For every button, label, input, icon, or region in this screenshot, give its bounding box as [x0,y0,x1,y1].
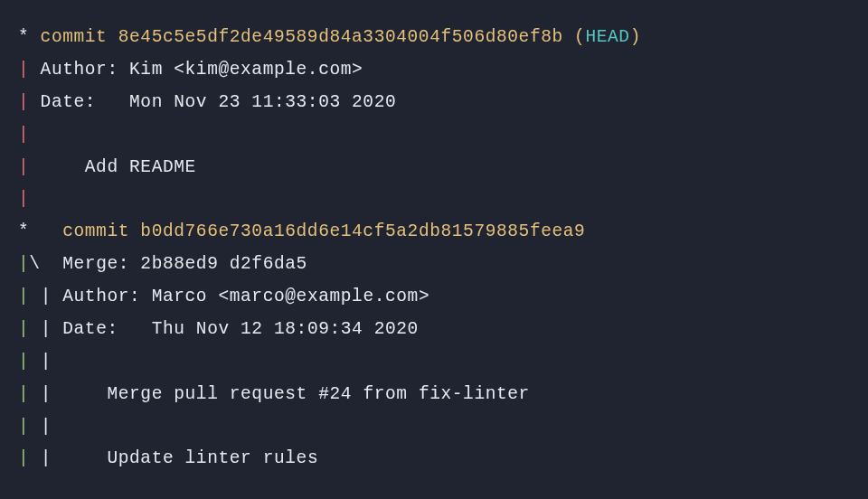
log-segment: Add README [29,157,196,177]
log-segment [29,448,40,468]
log-line: | [18,189,29,209]
log-line: | | Update linter rules [18,448,318,468]
log-line: | Author: Kim <kim@example.com> [18,60,363,80]
log-segment: \ [29,254,40,274]
log-segment: Author: Marco <marco@example.com> [52,287,429,306]
log-line: |\ Merge: 2b88ed9 d2f6da5 [18,254,307,274]
log-segment: | [41,448,52,468]
log-segment: | [41,287,52,306]
log-segment: commit 8e45c5e5df2de49589d84a3304004f506… [41,27,563,47]
log-segment: Date: Thu Nov 12 18:09:34 2020 [52,319,419,339]
log-line: | | Author: Marco <marco@example.com> [18,287,429,306]
log-line: | | Date: Thu Nov 12 18:09:34 2020 [18,319,419,339]
log-segment: | [18,254,29,274]
log-segment [29,384,40,404]
log-segment [29,287,40,306]
log-segment: | [41,352,52,372]
log-segment: | [41,417,52,437]
log-segment [29,319,40,339]
log-segment: Author: Kim <kim@example.com> [29,60,363,80]
log-segment [29,352,40,372]
log-segment: | [18,287,29,306]
log-segment: Merge: 2b88ed9 d2f6da5 [41,254,307,274]
log-line: | | [18,417,52,437]
log-segment: commit b0dd766e730a16dd6e14cf5a2db815798… [62,221,585,241]
log-line: | | Merge pull request #24 from fix-lint… [18,384,530,404]
log-segment: HEAD [585,27,629,47]
log-segment: | [18,384,29,404]
log-segment: | [18,92,29,112]
log-segment: ) [630,27,641,47]
log-line: | [18,125,29,145]
log-segment: * [18,221,62,241]
log-line: | Date: Mon Nov 23 11:33:03 2020 [18,92,396,112]
log-segment: | [18,352,29,372]
log-segment: Update linter rules [52,448,318,468]
log-segment: | [41,319,52,339]
log-segment [29,417,40,437]
log-segment: ( [563,27,586,47]
log-segment: Merge pull request #24 from fix-linter [52,384,530,404]
log-segment: | [18,448,29,468]
log-line: | Add README [18,157,196,177]
log-line: | | [18,352,52,372]
log-segment: | [18,189,29,209]
log-segment: * [18,27,41,47]
log-segment: | [18,417,29,437]
log-segment: | [18,319,29,339]
git-log-output: * commit 8e45c5e5df2de49589d84a3304004f5… [0,0,868,497]
log-line: * commit 8e45c5e5df2de49589d84a3304004f5… [18,27,641,47]
log-segment: | [18,125,29,145]
log-segment: | [18,60,29,80]
log-segment: | [18,157,29,177]
log-line: * commit b0dd766e730a16dd6e14cf5a2db8157… [18,221,585,241]
log-segment: Date: Mon Nov 23 11:33:03 2020 [29,92,396,112]
log-segment: | [41,384,52,404]
